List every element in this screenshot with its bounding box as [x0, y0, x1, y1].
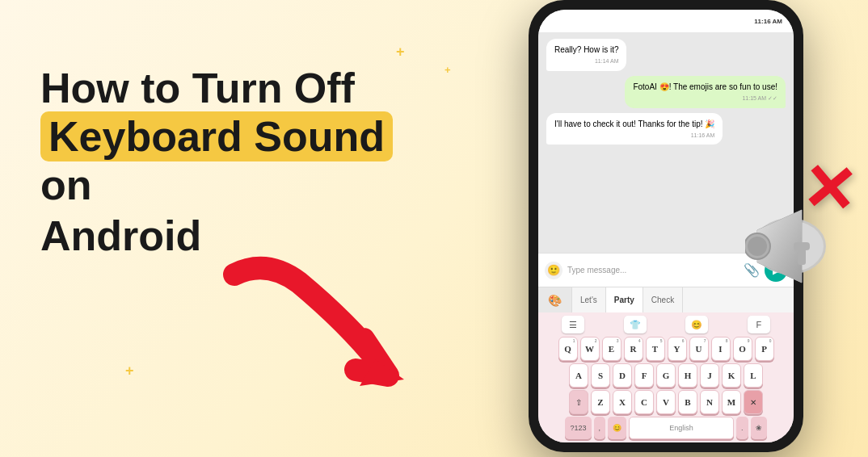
key-d[interactable]: D [613, 363, 632, 388]
chat-time-2: 11:15 AM ✓✓ [633, 94, 777, 103]
key-row-2: A S D F G H J K L [541, 363, 791, 388]
chat-message-1: Really? How is it? 11:14 AM [546, 39, 626, 71]
key-n[interactable]: N [700, 390, 719, 414]
chat-text-3: I'll have to check it out! Thanks for th… [554, 119, 714, 130]
keyboard-area: ☰ 👕 😊 F Q1 W2 E3 R4 T5 Y6 U7 I8 O9 P0 [538, 312, 794, 442]
key-q[interactable]: Q1 [558, 337, 578, 361]
status-bar: 11:16 AM [538, 10, 794, 32]
keyboard-tab-party[interactable]: Party [606, 287, 643, 312]
key-j[interactable]: J [700, 363, 719, 388]
decoration-plus-2: + [125, 363, 134, 378]
key-comma[interactable]: , [594, 417, 606, 439]
key-emoji-bottom[interactable]: 😊 [608, 417, 626, 439]
key-l[interactable]: L [744, 363, 763, 388]
chat-text-2: FotoAI 😍! The emojis are so fun to use! [633, 82, 777, 93]
key-delete[interactable]: ✕ [744, 390, 763, 414]
key-u[interactable]: U7 [689, 337, 709, 361]
key-v[interactable]: V [656, 390, 676, 414]
key-period[interactable]: . [736, 417, 748, 439]
key-s[interactable]: S [591, 363, 610, 388]
key-k[interactable]: K [722, 363, 741, 388]
kb-tool-menu[interactable]: ☰ [562, 316, 584, 333]
emoji-button[interactable]: 🙂 [545, 262, 563, 279]
key-num[interactable]: ?123 [565, 417, 591, 439]
keyboard-bottom-row: ?123 , 😊 English . ❀ [541, 417, 791, 439]
key-x[interactable]: X [613, 390, 632, 414]
keyboard-tab-icon[interactable]: 🎨 [538, 287, 572, 312]
title-suffix: on [40, 161, 92, 208]
key-a[interactable]: A [569, 363, 588, 388]
key-h[interactable]: H [678, 363, 697, 388]
key-e[interactable]: E3 [602, 337, 622, 361]
chat-time-3: 11:16 AM [554, 132, 714, 140]
key-i[interactable]: I8 [711, 337, 731, 361]
key-g[interactable]: G [656, 363, 676, 388]
key-m[interactable]: M [722, 390, 741, 414]
key-o[interactable]: O9 [733, 337, 752, 361]
key-row-3: ⇧ Z X C V B N M ✕ [541, 390, 791, 414]
chat-text-1: Really? How is it? [554, 44, 618, 56]
x-mark: ✕ [799, 155, 859, 224]
key-f[interactable]: F [634, 363, 654, 388]
key-shift[interactable]: ⇧ [569, 390, 588, 414]
title-line1: How to Turn Off [40, 65, 428, 113]
kb-tool-font[interactable]: F [748, 316, 770, 333]
chat-time-1: 11:14 AM [554, 57, 618, 65]
key-r[interactable]: R4 [624, 337, 643, 361]
svg-rect-6 [798, 249, 806, 265]
kb-tool-emoji[interactable]: 😊 [685, 316, 708, 333]
keyboard-tab-check[interactable]: Check [643, 287, 683, 312]
message-input[interactable]: Type message... [567, 266, 739, 275]
decoration-plus-1: + [396, 44, 405, 59]
arrow [218, 250, 477, 396]
title-section: How to Turn Off Keyboard Sound on Androi… [40, 65, 428, 261]
keyboard-tab-lets[interactable]: Let's [572, 287, 606, 312]
chat-message-3: I'll have to check it out! Thanks for th… [546, 113, 723, 145]
svg-point-4 [748, 237, 767, 256]
key-row-1: Q1 W2 E3 R4 T5 Y6 U7 I8 O9 P0 [541, 337, 791, 361]
key-p[interactable]: P0 [755, 337, 774, 361]
key-b[interactable]: B [678, 390, 697, 414]
key-c[interactable]: C [634, 390, 654, 414]
status-time: 11:16 AM [754, 18, 782, 25]
key-flower[interactable]: ❀ [751, 417, 767, 439]
chat-message-2: FotoAI 😍! The emojis are so fun to use! … [625, 76, 786, 108]
key-y[interactable]: Y6 [668, 337, 687, 361]
key-t[interactable]: T5 [646, 337, 665, 361]
key-z[interactable]: Z [591, 390, 610, 414]
key-w[interactable]: W2 [580, 337, 600, 361]
title-highlight: Keyboard Sound [40, 111, 393, 161]
title-line2: Keyboard Sound on [40, 113, 428, 210]
decoration-plus-3: + [445, 65, 451, 75]
key-space[interactable]: English [629, 417, 734, 439]
keyboard-toolbar: ☰ 👕 😊 F [541, 316, 791, 333]
kb-tool-shirt[interactable]: 👕 [624, 316, 647, 333]
